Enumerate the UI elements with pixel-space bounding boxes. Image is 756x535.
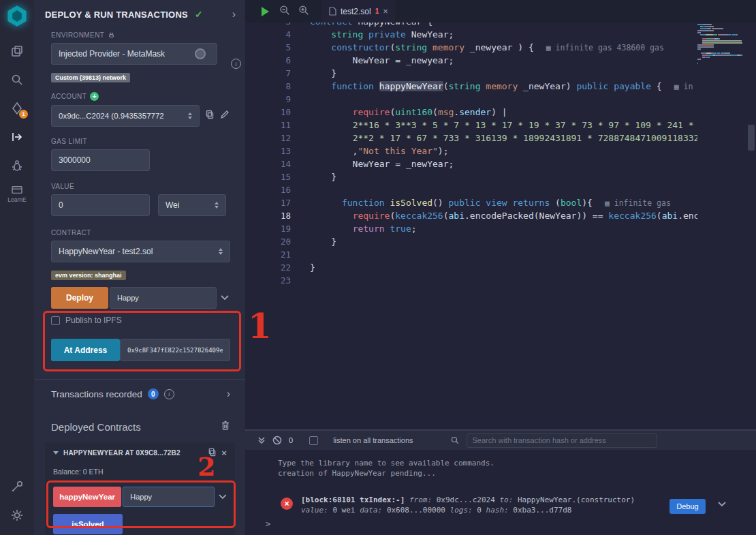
deploy-run-panel: DEPLOY & RUN TRANSACTIONS ✓ › ENVIRONMEN… [34,0,245,535]
file-icon [329,7,336,16]
tab-error-badge: 1 [375,7,379,15]
terminal-output: Type the library name to see available c… [245,450,756,535]
code-line: 2**2 * 17 * 67 * 733 * 316139 * 18992431… [310,132,697,144]
deploy-run-icon[interactable] [0,123,34,151]
line-number: 6 [245,54,291,67]
editor-tabbar: test2.sol 1 × [245,0,756,22]
editor-area: test2.sol 1 × 34567891011121314151617181… [245,0,756,535]
debugger-icon[interactable] [0,151,34,180]
happynewyear-function-button[interactable]: happyNewYear [53,487,121,507]
terminal-prompt[interactable]: > [266,519,756,529]
code-line: function isSolved() public view returns … [310,196,697,209]
line-number: 14 [245,157,291,170]
line-number: 10 [245,106,291,119]
contract-select[interactable]: HappyNewYear - test2.sol [51,241,230,262]
edit-account-icon[interactable] [220,110,230,122]
divider [34,379,245,380]
chevron-right-icon[interactable]: › [232,8,236,20]
line-number: 19 [245,222,291,235]
close-tab-icon[interactable]: × [383,6,388,16]
code-line: } [310,67,697,80]
check-icon: ✓ [195,9,203,20]
code-line: contract HappyNewYear { [310,22,697,28]
line-number: 3 [245,22,291,28]
tx-hash: 0xba3...d77d8 [513,506,571,515]
happynewyear-arg-input[interactable] [123,487,215,507]
code-line: } [310,235,697,248]
issolved-function-button[interactable]: isSolved [53,514,123,534]
value-unit-select[interactable]: Wei [158,194,226,216]
file-explorer-icon[interactable] [0,37,34,65]
code-line [310,183,697,196]
scrollbar-thumb[interactable] [748,125,755,151]
code-line [310,248,697,261]
learneth-icon[interactable]: LearnE [0,180,34,209]
deploy-expand-icon[interactable] [221,295,229,301]
code-line [310,93,697,106]
trash-icon[interactable] [221,421,230,433]
solidity-compiler-icon[interactable]: 1 [0,94,34,123]
line-number: 12 [245,132,291,144]
contract-label: CONTRACT [51,229,91,236]
zoom-in-icon[interactable] [298,4,310,19]
code-line: 2**16 * 3**3 * 5 * 7 * 13 * 17 * 19 * 37… [310,119,697,132]
expand-terminal-icon[interactable] [257,436,266,444]
minimap[interactable] [697,22,746,429]
tx-info-icon[interactable]: i [164,389,174,399]
plug-icon [108,31,115,39]
terminal-toolbar: 0 listen on all transactions [245,431,756,450]
tx-expand-icon[interactable] [718,500,726,509]
copy-address-icon[interactable] [208,448,217,458]
code-line [310,274,697,287]
line-number: 7 [245,67,291,80]
account-select[interactable]: 0x9dc...C2024 (0.9435357772 [51,105,200,127]
line-number: 8 [245,80,291,93]
gas-limit-input[interactable] [51,149,150,171]
code-line: NewYear = _newYear; [310,157,697,170]
editor-scrollbar[interactable] [746,22,756,429]
add-account-icon[interactable]: + [90,92,99,101]
deploy-button[interactable]: Deploy [51,287,108,309]
remix-ide: 1 LearnE DEPLOY & RUN TRANSACTIONS ✓ › [0,0,756,535]
compiler-badge: 1 [19,110,28,119]
copy-account-icon[interactable] [205,110,215,122]
fn-expand-icon[interactable] [219,494,227,500]
terminal-info-line: Type the library name to see available c… [278,458,756,468]
terminal-search-input[interactable] [467,433,657,448]
panel-title: DEPLOY & RUN TRANSACTIONS [45,10,188,20]
code-editor[interactable]: 34567891011121314151617181920212223 cont… [245,22,756,429]
value-input[interactable] [51,194,150,216]
deployed-contract-card: HAPPYNEWYEAR AT 0X9C8...72B2 × Balance: … [45,442,235,535]
at-address-input[interactable] [120,339,230,361]
tx-from: 0x9dc...c2024 [437,495,495,504]
terminal: 0 listen on all transactions Type the li… [245,429,756,535]
environment-select[interactable]: Injected Provider - MetaMask [51,43,217,65]
environment-info-icon[interactable]: i [231,59,241,69]
settings-gear-icon[interactable] [0,501,34,530]
collapse-icon[interactable] [53,451,59,455]
line-number: 20 [245,235,291,248]
run-script-icon[interactable] [262,7,269,16]
zoom-out-icon[interactable] [279,4,291,19]
remove-contract-icon[interactable]: × [221,448,227,458]
at-address-button[interactable]: At Address [51,339,120,361]
provider-icon[interactable] [195,48,206,59]
debug-button[interactable]: Debug [670,499,706,514]
tx-to: HappyNewYear.(constructor) [518,495,635,504]
plugin-manager-icon[interactable] [0,472,34,501]
publish-ipfs-row: Publish to IPFS [51,316,230,325]
code-line: require(keccak256(abi.encodePacked(NewYe… [310,209,697,222]
listen-transactions-label: listen on all transactions [333,436,413,444]
code-line: NewYear = _newyear; [310,54,697,67]
code-lines: contract HappyNewYear { string private N… [310,22,697,287]
deploy-arg-input[interactable] [110,287,217,309]
line-number: 9 [245,93,291,106]
minimap-line [697,65,746,67]
listen-transactions-checkbox[interactable] [309,436,318,445]
publish-ipfs-checkbox[interactable] [51,316,60,325]
line-number: 18 [245,209,291,222]
tab-test2-sol[interactable]: test2.sol 1 × [322,0,395,22]
search-icon[interactable] [0,65,34,94]
tx-expand-icon[interactable]: › [227,388,230,400]
clear-console-icon[interactable] [272,435,282,445]
